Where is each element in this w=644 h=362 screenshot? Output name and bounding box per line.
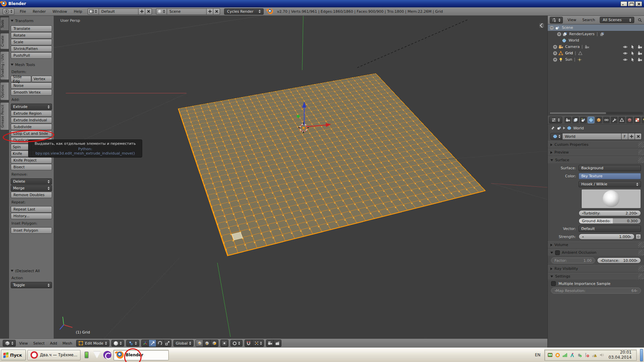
- menu-render[interactable]: Render: [31, 9, 47, 14]
- tab-constraints-icon[interactable]: [603, 117, 610, 123]
- ao-factor-slider[interactable]: Factor:1.00: [551, 257, 595, 263]
- tab-object-icon[interactable]: [595, 117, 602, 123]
- renderability-camera-icon[interactable]: [638, 45, 642, 49]
- renderability-camera-icon[interactable]: [638, 51, 642, 56]
- viewport-menu-mesh[interactable]: Mesh: [61, 341, 73, 346]
- merge-dropdown[interactable]: Merge: [11, 185, 52, 191]
- collapse-icon[interactable]: −: [550, 26, 554, 30]
- outliner-menu-search[interactable]: Search: [581, 17, 596, 23]
- tab-render-icon[interactable]: [565, 117, 571, 123]
- menu-file[interactable]: File: [18, 9, 27, 14]
- scene-delete-button[interactable]: [213, 8, 220, 15]
- expand-icon[interactable]: +: [553, 45, 557, 49]
- volume-icon[interactable]: [599, 352, 604, 358]
- delete-dropdown[interactable]: Delete: [11, 178, 52, 185]
- taskbar-task-blender[interactable]: Blender: [113, 350, 169, 360]
- mailru-agent-icon[interactable]: NA: [547, 352, 553, 358]
- visibility-eye-icon[interactable]: [623, 57, 628, 62]
- magnet-icon[interactable]: [245, 340, 252, 347]
- bisect-button[interactable]: Bisect: [11, 164, 52, 170]
- snap-element-selector[interactable]: [252, 340, 264, 347]
- world-name-field[interactable]: World: [562, 133, 622, 140]
- outliner-menu-view[interactable]: View: [566, 17, 578, 23]
- history-button[interactable]: History...: [11, 213, 52, 219]
- vertex-select-icon[interactable]: [196, 340, 203, 347]
- translate-button[interactable]: Translate: [11, 25, 52, 32]
- bittorrent-icon[interactable]: [103, 351, 112, 359]
- qip-icon[interactable]: [82, 351, 91, 359]
- tab-create[interactable]: Create: [0, 33, 9, 49]
- viewport-3d[interactable]: User Persp (1) Grid: [54, 16, 547, 339]
- occlude-geometry-icon[interactable]: [221, 340, 228, 347]
- language-indicator[interactable]: EN: [534, 353, 542, 357]
- loop-cut-button[interactable]: Loop Cut and Slide: [11, 130, 52, 137]
- repeat-last-button[interactable]: Repeat Last: [11, 206, 52, 213]
- comodo-icon[interactable]: [555, 352, 560, 358]
- sky-model-dropdown[interactable]: Hosek / Wilkie: [579, 181, 641, 187]
- tab-scene-icon[interactable]: [580, 117, 587, 123]
- outliner-row-renderlayers[interactable]: + RenderLayers: [548, 31, 644, 37]
- visibility-eye-icon[interactable]: [623, 45, 628, 49]
- expand-icon[interactable]: +: [553, 58, 557, 62]
- remove-doubles-button[interactable]: Remove Doubles: [11, 192, 52, 198]
- outliner-scrollbar[interactable]: [549, 112, 643, 114]
- selectability-cursor-icon[interactable]: [630, 57, 635, 62]
- panel-surface[interactable]: Surface: [548, 157, 644, 163]
- viewport-shading-selector[interactable]: [111, 340, 124, 347]
- multiple-importance-checkbox[interactable]: [551, 281, 556, 286]
- manipulator-axis-icon[interactable]: [142, 340, 149, 347]
- close-button[interactable]: [635, 1, 642, 6]
- fake-user-button[interactable]: F: [622, 133, 628, 140]
- renderability-camera-icon[interactable]: [638, 57, 642, 62]
- face-select-icon[interactable]: [211, 340, 218, 347]
- panel-ray-visibility[interactable]: Ray Visibility: [548, 265, 644, 272]
- world-browse-button[interactable]: [550, 133, 562, 140]
- knife-project-button[interactable]: Knife Project: [11, 157, 52, 164]
- outliner-row-scene[interactable]: − Scene: [548, 24, 644, 31]
- outliner-row-camera[interactable]: + Camera: [548, 44, 644, 50]
- animate-property-button[interactable]: [636, 234, 641, 239]
- editor-type-selector[interactable]: [3, 340, 16, 347]
- manipulator-scale-button[interactable]: [164, 340, 171, 347]
- action-dropdown[interactable]: Toggle: [11, 282, 52, 288]
- layout-name-field[interactable]: Default: [99, 8, 139, 15]
- render-animation-clapper-icon[interactable]: [274, 340, 281, 347]
- manipulator-translate-button[interactable]: [149, 340, 156, 347]
- selectability-cursor-icon[interactable]: [630, 51, 635, 56]
- wireless-warning-icon[interactable]: [592, 352, 597, 358]
- panel-mesh-tools[interactable]: Mesh Tools: [11, 62, 52, 68]
- extrude-region-button[interactable]: Extrude Region: [11, 110, 52, 117]
- viewport-menu-select[interactable]: Select: [32, 341, 46, 346]
- expand-icon[interactable]: +: [557, 32, 561, 36]
- tab-modifiers-icon[interactable]: [611, 117, 618, 123]
- tab-shading-uvs[interactable]: Shading / UVs: [0, 51, 9, 80]
- show-desktop-button[interactable]: [640, 349, 643, 361]
- map-resolution-slider[interactable]: ◂Map Resolution:64▸: [551, 288, 641, 294]
- taskbar-task-opera[interactable]: Два.ч — Трёхме...: [28, 350, 80, 360]
- scene-add-button[interactable]: [207, 8, 213, 15]
- outliner-row-sun[interactable]: + Sun: [548, 56, 644, 63]
- subdivide-button[interactable]: Subdivide: [11, 124, 52, 130]
- visibility-eye-icon[interactable]: [623, 51, 628, 56]
- editor-type-selector[interactable]: [549, 117, 562, 123]
- slide-vertex-button[interactable]: Vertex: [32, 76, 52, 82]
- tab-options[interactable]: Options: [0, 82, 9, 101]
- smooth-vertex-button[interactable]: Smooth Vertex: [11, 89, 52, 96]
- ambient-occlusion-checkbox[interactable]: [555, 250, 560, 255]
- layout-add-button[interactable]: [139, 8, 145, 15]
- editor-type-selector[interactable]: [3, 8, 14, 15]
- search-icon[interactable]: [638, 18, 642, 22]
- menu-help[interactable]: Help: [72, 9, 84, 14]
- foobar-icon[interactable]: [93, 351, 101, 359]
- tab-texture-icon[interactable]: [634, 117, 641, 123]
- start-button[interactable]: Пуск: [1, 350, 26, 360]
- turbidity-slider[interactable]: ◂Turbidity:2.200▸: [579, 210, 641, 216]
- render-engine-selector[interactable]: Cycles Render: [224, 8, 264, 15]
- surface-value-button[interactable]: Background: [579, 165, 641, 171]
- extrude-individual-button[interactable]: Extrude Individual: [11, 117, 52, 123]
- layout-delete-button[interactable]: [145, 8, 152, 15]
- panel-volume[interactable]: Volume: [548, 241, 644, 248]
- scale-button[interactable]: Scale: [11, 39, 52, 45]
- proportional-edit-selector[interactable]: [230, 340, 243, 347]
- render-opengl-camera-icon[interactable]: [266, 340, 274, 347]
